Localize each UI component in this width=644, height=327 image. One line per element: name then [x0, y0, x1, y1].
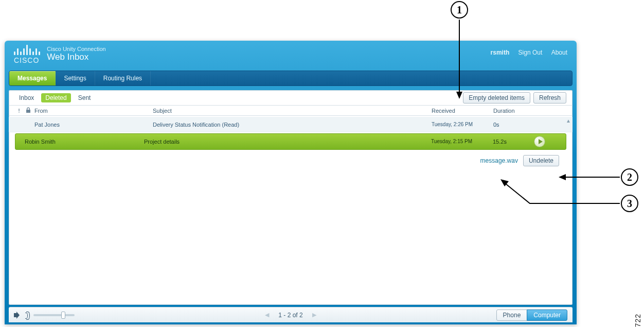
table-header: ! From Subject Received Duration [9, 106, 573, 116]
play-button[interactable] [534, 136, 545, 147]
message-duration: 0s [493, 122, 534, 128]
speaker-icon[interactable] [14, 311, 22, 319]
col-priority-icon[interactable]: ! [15, 108, 23, 114]
folder-tabs: Inbox Deleted Sent [15, 93, 95, 102]
product-line: Cisco Unity Connection [47, 46, 105, 52]
message-detail-strip: message.wav Undelete [9, 151, 573, 166]
app-title: Web Inbox [47, 52, 105, 62]
pager-prev-icon[interactable]: ◀ [265, 312, 269, 318]
nav-tab-settings[interactable]: Settings [56, 71, 95, 85]
sign-out-link[interactable]: Sign Out [518, 49, 543, 56]
col-received[interactable]: Received [432, 108, 493, 114]
callout-3: 3 [621, 195, 638, 212]
cisco-logo: CISCO [14, 45, 40, 64]
speaker-waves-icon [25, 311, 30, 319]
cisco-wordmark: CISCO [14, 56, 40, 64]
refresh-button[interactable]: Refresh [533, 92, 566, 104]
message-list: ▲ Pat Jones Delivery Status Notification… [9, 117, 573, 305]
message-from: Robin Smith [15, 139, 144, 145]
pager-text: 1 - 2 of 2 [278, 312, 302, 319]
username-label: rsmith [491, 49, 510, 56]
figure-id: 281722 [634, 314, 642, 327]
content-panel: Inbox Deleted Sent Empty deleted items R… [9, 90, 573, 305]
col-secure-icon[interactable] [23, 107, 33, 114]
folder-tab-deleted[interactable]: Deleted [41, 93, 70, 102]
undelete-button[interactable]: Undelete [523, 155, 559, 166]
about-link[interactable]: About [551, 49, 567, 56]
col-duration[interactable]: Duration [493, 108, 534, 114]
cisco-logo-bars [14, 45, 40, 55]
message-row-selected[interactable]: Robin Smith Project details Tuesday, 2:1… [15, 133, 566, 150]
message-duration: 15.2s [493, 139, 534, 145]
nav-tab-routing-rules[interactable]: Routing Rules [95, 71, 151, 85]
message-subject: Project details [144, 139, 431, 145]
col-from[interactable]: From [33, 108, 153, 114]
pager-next-icon[interactable]: ▶ [312, 312, 316, 318]
volume-slider-thumb[interactable] [61, 312, 65, 319]
message-received: Tuesday, 2:15 PM [431, 139, 493, 145]
volume-slider[interactable] [33, 314, 75, 316]
lock-icon [26, 107, 31, 113]
main-nav: Messages Settings Routing Rules [9, 71, 573, 86]
callout-2: 2 [621, 168, 638, 186]
app-footer: ◀ 1 - 2 of 2 ▶ Phone Computer [9, 307, 573, 322]
message-from: Pat Jones [33, 122, 153, 128]
folder-row: Inbox Deleted Sent Empty deleted items R… [9, 90, 573, 106]
col-subject[interactable]: Subject [153, 108, 432, 114]
callout-1: 1 [451, 1, 468, 19]
playback-device-toggle: Phone Computer [496, 309, 567, 321]
brand-text: Cisco Unity Connection Web Inbox [47, 46, 105, 62]
toggle-computer[interactable]: Computer [527, 309, 567, 321]
message-row[interactable]: Pat Jones Delivery Status Notification (… [9, 117, 573, 132]
pager: ◀ 1 - 2 of 2 ▶ [265, 312, 316, 319]
attachment-link[interactable]: message.wav [480, 157, 518, 164]
nav-tab-messages[interactable]: Messages [9, 71, 56, 85]
message-subject: Delivery Status Notification (Read) [153, 122, 432, 128]
app-header: CISCO Cisco Unity Connection Web Inbox r… [5, 41, 577, 71]
toggle-phone[interactable]: Phone [496, 309, 528, 321]
app-window: CISCO Cisco Unity Connection Web Inbox r… [5, 41, 577, 324]
folder-tab-sent[interactable]: Sent [74, 93, 95, 102]
message-received: Tuesday, 2:26 PM [432, 122, 493, 128]
scroll-up-icon[interactable]: ▲ [565, 118, 571, 124]
empty-deleted-button[interactable]: Empty deleted items [463, 92, 530, 104]
folder-tab-inbox[interactable]: Inbox [15, 93, 38, 102]
header-user-links: rsmith Sign Out About [484, 49, 567, 56]
